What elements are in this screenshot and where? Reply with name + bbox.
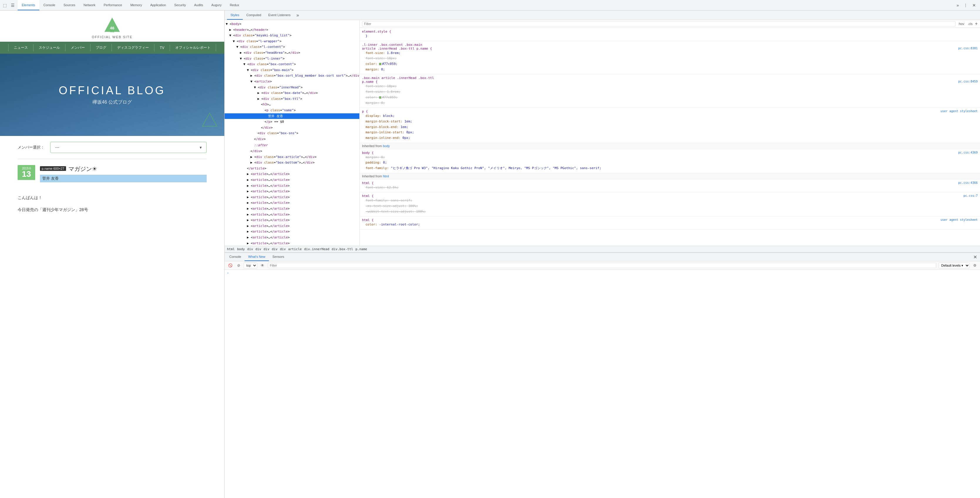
tree-line[interactable]: ::after [224, 142, 360, 148]
tree-line[interactable]: </div> [224, 136, 360, 142]
css-prop-value[interactable]: 0; [381, 155, 385, 159]
breadcrumb-item[interactable]: div [272, 247, 278, 251]
tree-line[interactable]: ▼ <div class="innerHead"> [224, 84, 360, 91]
tree-line[interactable]: ▼ <div class="l-inner"> [224, 56, 360, 62]
css-prop-name[interactable]: margin: [366, 155, 379, 159]
css-prop-name[interactable]: font-size: [366, 186, 385, 189]
css-prop-value[interactable]: 18px; [387, 56, 397, 60]
tree-line[interactable]: ▶ <div class="box-bottom">…</div> [224, 160, 360, 165]
tree-line[interactable]: ▶ <article>…</article> [224, 189, 360, 194]
tree-line[interactable]: </div> [224, 148, 360, 154]
tree-line[interactable]: </p> == $0 [224, 119, 360, 125]
tree-line[interactable]: ▶ <header>…</header> [224, 27, 360, 33]
css-prop-name[interactable]: display: [366, 114, 381, 118]
tree-line[interactable]: ▼ <div class="keyaki-blog_list"> [224, 33, 360, 38]
nav-item[interactable]: メンバー [65, 44, 91, 51]
css-prop-value[interactable]: 1em; [404, 119, 412, 123]
css-prop-name[interactable]: font-size: [366, 90, 385, 94]
tree-line[interactable]: ▼ <div class="box-content"> [224, 61, 360, 67]
tree-line[interactable]: ▶ <article>…</article> [224, 229, 360, 235]
breadcrumb-item[interactable]: div [255, 247, 261, 251]
css-prop-name[interactable]: margin: [366, 101, 379, 105]
console-filter-icon[interactable]: ⊘ [236, 263, 241, 268]
nav-item[interactable]: オフィシャルレポート [170, 44, 216, 51]
devtools-tab-application[interactable]: Application [146, 0, 170, 10]
css-prop-value[interactable]: 100%; [408, 204, 418, 208]
devtools-tab-sources[interactable]: Sources [59, 0, 79, 10]
css-source-link[interactable]: pc.css:4369 [958, 151, 978, 154]
css-selector[interactable]: html { [362, 218, 374, 222]
nav-item[interactable]: スケジュール [33, 44, 65, 51]
css-prop-value[interactable]: sans-serif; [391, 199, 412, 202]
css-prop-value[interactable]: #77c059; [382, 62, 398, 66]
css-prop-value[interactable]: 100%; [416, 210, 426, 213]
tree-line[interactable]: ▶ <div class="box-date">…</div> [224, 90, 360, 96]
devtools-tab-network[interactable]: Network [80, 0, 100, 10]
nav-item[interactable]: ニュース [8, 44, 33, 51]
css-prop-name[interactable]: -ms-text-size-adjust: [366, 204, 406, 208]
css-prop-name[interactable]: margin-inline-end: [366, 136, 401, 140]
tree-line[interactable]: 菅井 友香 [224, 113, 360, 119]
css-prop-name[interactable]: margin-block-end: [366, 125, 399, 129]
css-selector[interactable]: .l-inner .box-content .box-mainarticle .… [362, 43, 432, 51]
css-source-link[interactable]: pc.css:8381 [958, 47, 978, 50]
css-prop-value[interactable]: 0; [381, 101, 385, 105]
css-prop-value[interactable]: #77c059; [382, 95, 398, 99]
styles-filter-input[interactable] [362, 21, 956, 26]
css-prop-name[interactable]: font-family: [366, 166, 389, 170]
tree-line[interactable]: ▶ <article>…</article> [224, 200, 360, 206]
tree-line[interactable]: <div class="box-sns"> [224, 130, 360, 136]
console-settings-icon[interactable]: ⚙ [972, 263, 978, 268]
console-levels-select[interactable]: Default levels ▾ [939, 263, 970, 268]
css-prop-value[interactable]: 1.8rem; [387, 90, 401, 94]
css-prop-value[interactable]: block; [383, 114, 395, 118]
tree-line[interactable]: ▶ <div class="headArea">…</div> [224, 50, 360, 56]
css-prop-name[interactable]: margin-inline-start: [366, 130, 404, 134]
bottom-close-button[interactable]: ✕ [972, 254, 979, 260]
css-prop-value[interactable]: 1.8rem; [387, 51, 401, 55]
tree-line[interactable]: <p class="name"> [224, 107, 360, 113]
css-prop-name[interactable]: font-size: [366, 51, 385, 55]
console-clear-icon[interactable]: 🚫 [227, 263, 234, 268]
css-prop-value[interactable]: 0px; [406, 130, 414, 134]
devtools-tab-security[interactable]: Security [170, 0, 190, 10]
nav-item[interactable]: TV [154, 45, 170, 51]
tree-line[interactable]: ▼ <article> [224, 79, 360, 84]
tree-line[interactable]: ▶ <div class="box-article">…</div> [224, 154, 360, 160]
css-prop-value[interactable]: 0; [381, 68, 385, 72]
bottom-tab-sensors[interactable]: Sensors [269, 253, 288, 261]
tree-line[interactable]: ▶ <article>…</article> [224, 235, 360, 240]
css-selector[interactable]: p { [362, 110, 368, 113]
bottom-tab-console[interactable]: Console [226, 253, 245, 261]
css-prop-name[interactable]: font-size: [366, 84, 385, 88]
subtab-computed[interactable]: Computed [243, 11, 265, 20]
css-selector[interactable]: html { [362, 181, 374, 185]
css-source-link[interactable]: user agent stylesheet [941, 218, 978, 221]
breadcrumb-item[interactable]: div.box-ttl [332, 247, 353, 251]
css-prop-value[interactable]: 0px; [402, 136, 410, 140]
tree-line[interactable]: </article> [224, 165, 360, 172]
breadcrumb-item[interactable]: article [288, 247, 302, 251]
tree-line[interactable]: ▶ <div class="box-ttl"> [224, 96, 360, 102]
devtools-tab-augury[interactable]: Augury [207, 0, 226, 10]
close-icon[interactable]: ✕ [970, 2, 978, 9]
tree-line[interactable]: ▶ <article>…</article> [224, 206, 360, 212]
devtools-tab-memory[interactable]: Memory [126, 0, 146, 10]
breadcrumb-item[interactable]: div [264, 247, 269, 251]
devtools-tab-performance[interactable]: Performance [100, 0, 126, 10]
tree-line[interactable]: ▼ <div class="box-main"> [224, 67, 360, 73]
tree-line[interactable]: ▶ <article>…</article> [224, 171, 360, 177]
css-prop-name[interactable]: font-family: [366, 199, 389, 202]
css-prop-value[interactable]: 0; [383, 161, 387, 164]
devtools-tab-elements[interactable]: Elements [18, 0, 39, 10]
css-source-link[interactable]: pc.css:4366 [958, 181, 978, 185]
devtools-tab-console[interactable]: Console [39, 0, 59, 10]
inspect-icon[interactable]: ⬚ [1, 2, 8, 9]
devtools-tab-redux[interactable]: Redux [226, 0, 243, 10]
css-prop-name[interactable]: margin-block-start: [366, 119, 402, 123]
css-selector[interactable]: body { [362, 151, 374, 155]
cls-button[interactable]: .cls [967, 21, 974, 26]
subtab-styles[interactable]: Styles [227, 11, 243, 20]
breadcrumb-item[interactable]: div [280, 247, 286, 251]
css-prop-value[interactable]: -internal-root-color; [379, 223, 420, 226]
